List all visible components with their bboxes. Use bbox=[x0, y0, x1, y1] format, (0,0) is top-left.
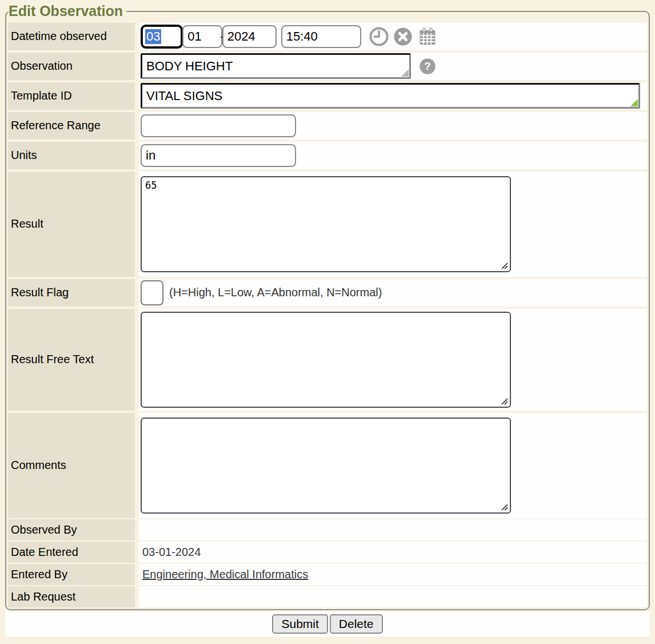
row-datetime-observed: Datetime observed 03 - - bbox=[8, 23, 647, 50]
comments-textarea[interactable] bbox=[141, 418, 511, 514]
result-free-text-textarea[interactable] bbox=[141, 312, 511, 408]
time-input[interactable] bbox=[281, 25, 361, 48]
button-bar: Submit Delete bbox=[5, 611, 650, 637]
result-flag-value-cell: (H=High, L=Low, A=Abnormal, N=Normal) bbox=[139, 279, 647, 307]
template-id-input[interactable] bbox=[141, 83, 640, 109]
lab-request-label: Lab Request bbox=[8, 586, 135, 607]
comments-value-cell bbox=[139, 413, 647, 518]
row-comments: Comments bbox=[8, 413, 647, 518]
comments-textarea-wrap bbox=[141, 418, 511, 514]
reference-range-label: Reference Range bbox=[8, 112, 135, 140]
row-lab-request: Lab Request bbox=[8, 586, 647, 607]
row-units: Units bbox=[8, 142, 647, 169]
datetime-observed-label: Datetime observed bbox=[8, 23, 135, 50]
row-observation: Observation ? bbox=[8, 53, 647, 80]
result-textarea-wrap bbox=[141, 176, 511, 272]
observed-by-value bbox=[139, 519, 647, 540]
observation-value-cell: ? bbox=[139, 53, 647, 80]
lab-request-value bbox=[139, 586, 647, 607]
row-result: Result bbox=[8, 172, 647, 277]
result-value-cell bbox=[139, 172, 647, 277]
year-input[interactable] bbox=[222, 25, 277, 48]
observation-input[interactable] bbox=[141, 53, 411, 79]
row-reference-range: Reference Range bbox=[8, 112, 647, 140]
units-value-cell bbox=[139, 142, 647, 169]
month-selected-text: 03 bbox=[145, 29, 161, 44]
observation-label: Observation bbox=[8, 53, 135, 80]
result-free-text-value-cell bbox=[139, 309, 647, 411]
entered-by-value-cell: Engineering, Medical Informatics bbox=[139, 564, 647, 585]
help-icon[interactable]: ? bbox=[419, 58, 436, 75]
result-free-text-label: Result Free Text bbox=[8, 309, 135, 411]
result-label: Result bbox=[8, 172, 135, 277]
observed-by-label: Observed By bbox=[8, 519, 135, 540]
reference-range-value-cell bbox=[139, 112, 647, 140]
result-textarea[interactable] bbox=[141, 176, 511, 272]
day-input[interactable] bbox=[182, 25, 222, 48]
clear-icon[interactable] bbox=[393, 27, 413, 46]
result-flag-label: Result Flag bbox=[8, 279, 135, 307]
row-observed-by: Observed By bbox=[8, 519, 647, 540]
reference-range-input[interactable] bbox=[141, 114, 296, 137]
comments-label: Comments bbox=[8, 413, 135, 518]
result-free-text-textarea-wrap bbox=[141, 312, 511, 408]
template-id-value-cell bbox=[139, 82, 647, 110]
result-flag-input[interactable] bbox=[141, 280, 163, 305]
entered-by-link[interactable]: Engineering, Medical Informatics bbox=[142, 568, 308, 581]
observation-input-wrap bbox=[141, 53, 411, 79]
datetime-observed-value-cell: 03 - - bbox=[139, 23, 647, 50]
calendar-icon[interactable] bbox=[417, 26, 438, 47]
svg-text:?: ? bbox=[424, 60, 430, 72]
date-entered-value: 03-01-2024 bbox=[139, 542, 647, 563]
units-input[interactable] bbox=[141, 144, 296, 167]
entered-by-label: Entered By bbox=[8, 564, 135, 585]
row-result-free-text: Result Free Text bbox=[8, 309, 647, 411]
month-input[interactable]: 03 bbox=[141, 25, 183, 49]
result-flag-hint: (H=High, L=Low, A=Abnormal, N=Normal) bbox=[169, 286, 382, 299]
delete-button[interactable]: Delete bbox=[330, 614, 383, 634]
edit-observation-form: Edit Observation Datetime observed 03 - … bbox=[5, 3, 650, 610]
row-entered-by: Entered By Engineering, Medical Informat… bbox=[8, 564, 647, 585]
row-result-flag: Result Flag (H=High, L=Low, A=Abnormal, … bbox=[8, 279, 647, 307]
date-entered-label: Date Entered bbox=[8, 542, 135, 563]
clock-icon[interactable] bbox=[369, 27, 389, 46]
form-title: Edit Observation bbox=[9, 3, 126, 19]
row-template-id: Template ID bbox=[8, 82, 647, 110]
row-date-entered: Date Entered 03-01-2024 bbox=[8, 542, 647, 563]
submit-button[interactable]: Submit bbox=[272, 614, 328, 634]
units-label: Units bbox=[8, 142, 135, 169]
template-id-input-wrap bbox=[141, 83, 640, 109]
template-id-label: Template ID bbox=[8, 82, 135, 110]
